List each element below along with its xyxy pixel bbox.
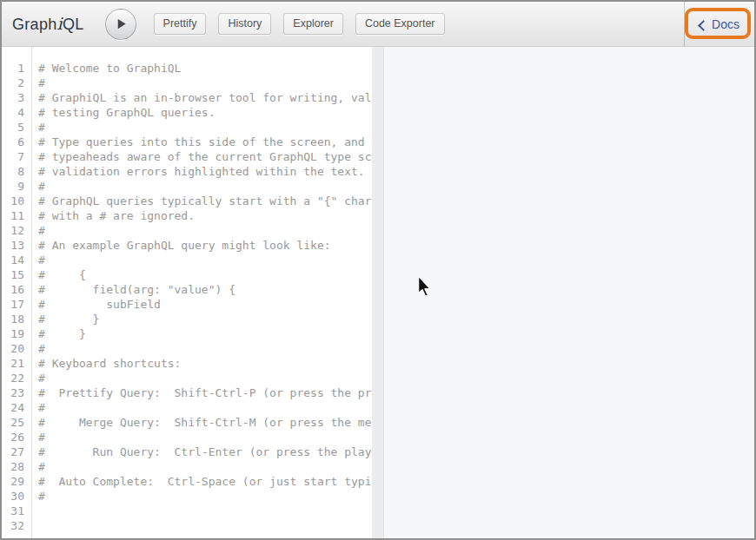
code-line: 30# bbox=[2, 489, 372, 504]
code-line: 26# bbox=[2, 430, 372, 445]
code-line: 14# bbox=[2, 253, 372, 267]
pane-resizer[interactable] bbox=[372, 47, 383, 538]
code-text: # bbox=[38, 180, 45, 193]
execute-query-button[interactable] bbox=[105, 9, 136, 40]
line-number: 18 bbox=[2, 312, 24, 326]
logo-text-graph: Graph bbox=[12, 16, 57, 33]
code-line: 4# testing GraphQL queries. bbox=[2, 105, 372, 120]
code-text: # { bbox=[38, 268, 86, 281]
code-text: # bbox=[38, 121, 45, 134]
code-text: # Keyboard shortcuts: bbox=[38, 357, 181, 370]
editor-split: 1# Welcome to GraphiQL2#3# GraphiQL is a… bbox=[2, 47, 754, 538]
code-line: 20# bbox=[2, 341, 372, 356]
code-text: # Merge Query: Shift-Ctrl-M (or press th… bbox=[38, 416, 372, 429]
line-number: 27 bbox=[2, 445, 24, 459]
code-text: # bbox=[38, 460, 45, 473]
code-line: 2# bbox=[2, 76, 372, 90]
line-number: 9 bbox=[2, 179, 24, 194]
line-number: 28 bbox=[2, 459, 24, 474]
code-line: 32 bbox=[2, 518, 372, 533]
code-line: 17# subField bbox=[2, 297, 372, 312]
code-line: 6# Type queries into this side of the sc… bbox=[2, 135, 372, 149]
logo-text-ql: QL bbox=[63, 16, 84, 33]
code-text: # bbox=[38, 254, 45, 267]
code-lines: 1# Welcome to GraphiQL2#3# GraphiQL is a… bbox=[2, 47, 372, 533]
code-text: # } bbox=[38, 327, 86, 340]
query-editor[interactable]: 1# Welcome to GraphiQL2#3# GraphiQL is a… bbox=[2, 47, 372, 538]
code-text: # with a # are ignored. bbox=[38, 209, 195, 222]
line-number: 15 bbox=[2, 267, 24, 282]
code-exporter-button[interactable]: Code Exporter bbox=[355, 13, 445, 35]
docs-button[interactable]: Docs bbox=[700, 17, 739, 31]
line-number: 23 bbox=[2, 385, 24, 400]
line-number: 31 bbox=[2, 504, 24, 518]
line-number: 30 bbox=[2, 489, 24, 504]
line-number: 29 bbox=[2, 474, 24, 489]
graphiql-window: GraphiQL Prettify History Explorer Code … bbox=[0, 0, 756, 540]
code-line: 15# { bbox=[2, 267, 372, 282]
app-logo: GraphiQL bbox=[12, 14, 84, 34]
code-text: # typeaheads aware of the current GraphQ… bbox=[38, 150, 372, 163]
code-text: # bbox=[38, 372, 45, 385]
code-line: 29# Auto Complete: Ctrl-Space (or just s… bbox=[2, 474, 372, 489]
code-line: 13# An example GraphQL query might look … bbox=[2, 238, 372, 253]
code-text: # Type queries into this side of the scr… bbox=[38, 135, 372, 148]
code-text: # bbox=[38, 490, 45, 503]
code-text: # field(arg: "value") { bbox=[38, 283, 235, 296]
line-number: 22 bbox=[2, 371, 24, 385]
code-line: 5# bbox=[2, 120, 372, 135]
code-line: 22# bbox=[2, 371, 372, 385]
code-line: 19# } bbox=[2, 326, 372, 341]
code-text: # bbox=[38, 431, 45, 444]
docs-button-label: Docs bbox=[712, 17, 739, 31]
history-button[interactable]: History bbox=[218, 13, 271, 35]
line-number: 19 bbox=[2, 326, 24, 341]
code-line: 21# Keyboard shortcuts: bbox=[2, 356, 372, 371]
line-number: 20 bbox=[2, 341, 24, 356]
code-line: 9# bbox=[2, 179, 372, 194]
line-number: 12 bbox=[2, 223, 24, 238]
result-pane bbox=[383, 47, 754, 538]
code-line: 8# validation errors highlighted within … bbox=[2, 164, 372, 179]
code-line: 12# bbox=[2, 223, 372, 238]
prettify-button[interactable]: Prettify bbox=[154, 13, 207, 35]
line-number: 8 bbox=[2, 164, 24, 179]
code-line: 1# Welcome to GraphiQL bbox=[2, 61, 372, 76]
code-text: # bbox=[38, 401, 45, 414]
code-text: # bbox=[38, 224, 45, 237]
code-line: 27# Run Query: Ctrl-Enter (or press the … bbox=[2, 445, 372, 459]
code-line: 11# with a # are ignored. bbox=[2, 208, 372, 223]
line-number: 17 bbox=[2, 297, 24, 312]
line-number: 7 bbox=[2, 149, 24, 164]
code-text: # Prettify Query: Shift-Ctrl-P (or press… bbox=[38, 386, 372, 399]
toolbar-button-group: Prettify History Explorer Code Exporter bbox=[154, 13, 445, 35]
line-number: 4 bbox=[2, 105, 24, 120]
code-line: 28# bbox=[2, 459, 372, 474]
code-line: 10# GraphQL queries typically start with… bbox=[2, 194, 372, 208]
explorer-button[interactable]: Explorer bbox=[283, 13, 343, 35]
line-number: 14 bbox=[2, 253, 24, 267]
code-text: # } bbox=[38, 313, 99, 326]
line-number: 3 bbox=[2, 90, 24, 105]
toolbar: GraphiQL Prettify History Explorer Code … bbox=[2, 2, 754, 47]
code-text: # bbox=[38, 342, 45, 355]
line-number: 2 bbox=[2, 76, 24, 90]
code-text: # Auto Complete: Ctrl-Space (or just sta… bbox=[38, 475, 372, 488]
code-line: 18# } bbox=[2, 312, 372, 326]
docs-area: Docs bbox=[684, 2, 754, 46]
line-number: 24 bbox=[2, 400, 24, 415]
line-number: 32 bbox=[2, 518, 24, 533]
code-text: # Run Query: Ctrl-Enter (or press the pl… bbox=[38, 445, 372, 458]
line-number: 1 bbox=[2, 61, 24, 76]
chevron-left-icon bbox=[698, 20, 709, 31]
code-text: # subField bbox=[38, 298, 161, 311]
code-text: # Welcome to GraphiQL bbox=[38, 62, 181, 75]
line-number: 11 bbox=[2, 208, 24, 223]
code-line: 24# bbox=[2, 400, 372, 415]
line-number: 10 bbox=[2, 194, 24, 208]
code-line: 25# Merge Query: Shift-Ctrl-M (or press … bbox=[2, 415, 372, 430]
line-number: 21 bbox=[2, 356, 24, 371]
line-number: 25 bbox=[2, 415, 24, 430]
code-line: 3# GraphiQL is an in-browser tool for wr… bbox=[2, 90, 372, 105]
line-number: 13 bbox=[2, 238, 24, 253]
